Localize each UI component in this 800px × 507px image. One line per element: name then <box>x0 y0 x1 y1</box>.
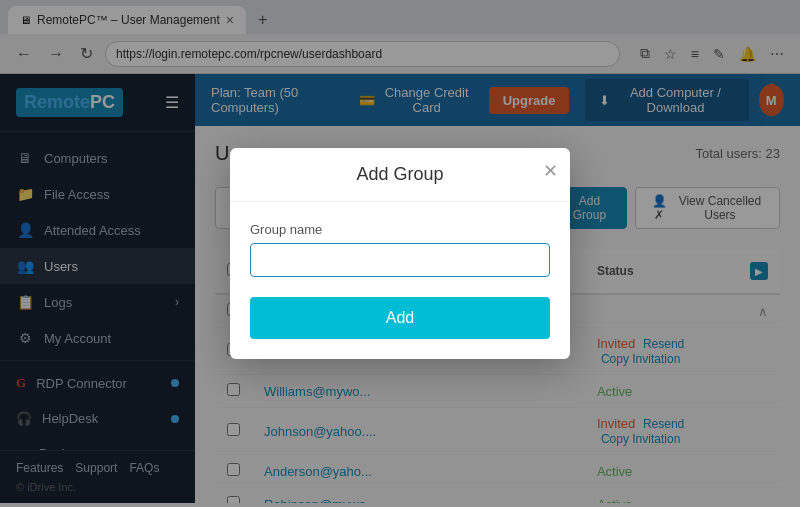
group-name-label: Group name <box>250 222 550 237</box>
modal-overlay: Add Group ✕ Group name Add <box>0 0 800 503</box>
modal-title: Add Group <box>250 164 550 185</box>
modal-add-button[interactable]: Add <box>250 297 550 339</box>
modal-header: Add Group ✕ <box>230 148 570 202</box>
modal-close-button[interactable]: ✕ <box>543 160 558 182</box>
add-group-modal: Add Group ✕ Group name Add <box>230 148 570 359</box>
group-name-input[interactable] <box>250 243 550 277</box>
modal-footer: Add <box>230 297 570 359</box>
modal-body: Group name <box>230 202 570 297</box>
